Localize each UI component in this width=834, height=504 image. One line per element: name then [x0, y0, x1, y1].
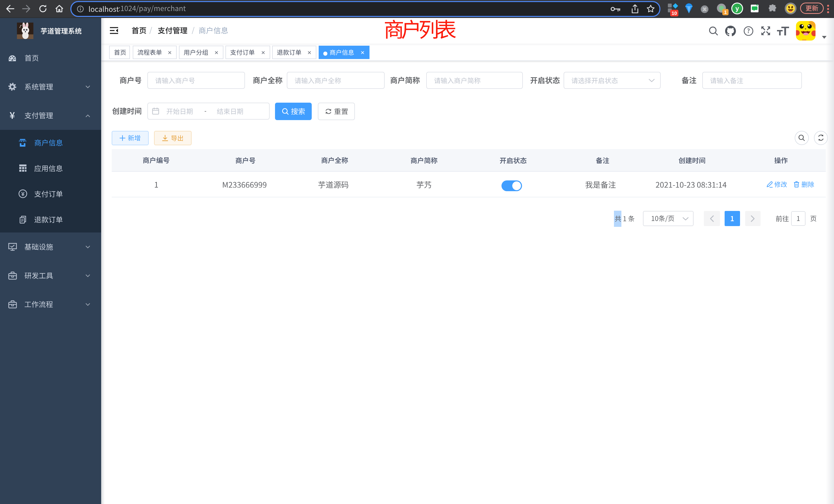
svg-text:⌘: ⌘: [702, 7, 707, 12]
svg-text:y: y: [736, 5, 739, 12]
svg-text:10: 10: [672, 10, 677, 16]
svg-text:1: 1: [724, 9, 727, 15]
